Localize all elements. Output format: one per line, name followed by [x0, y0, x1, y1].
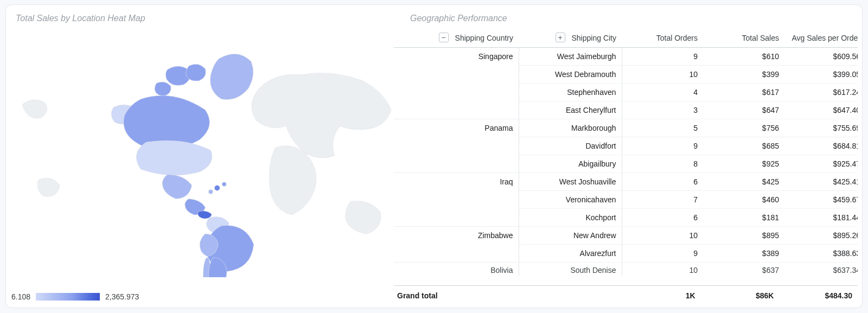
cell-sales: $685: [703, 137, 784, 155]
cell-sales: $756: [703, 119, 784, 137]
cell-city[interactable]: Kochport: [519, 209, 622, 227]
split-layout: Total Sales by Location Heat Map: [6, 5, 862, 308]
cell-avg: $637.34: [784, 263, 858, 276]
table-title: Geographic Performance: [394, 5, 853, 28]
pivot-table-scroll[interactable]: − Shipping Country + Shipping City Total…: [394, 29, 858, 284]
cell-avg: $388.63: [784, 245, 858, 263]
cell-orders: 5: [622, 119, 703, 137]
grand-total-avg: $484.30: [774, 291, 852, 300]
cell-orders: 9: [622, 245, 703, 263]
col-header-orders[interactable]: Total Orders: [622, 29, 703, 48]
dashboard-card: Total Sales by Location Heat Map: [5, 4, 863, 308]
cell-avg: $459.67: [784, 191, 858, 209]
grand-total-orders: 1K: [617, 291, 695, 300]
table-pane: Geographic Performance − Shipping Countr…: [394, 5, 862, 308]
svg-point-2: [208, 190, 213, 194]
map-title: Total Sales by Location Heat Map: [6, 5, 394, 28]
svg-point-1: [222, 182, 226, 187]
legend-gradient: [36, 293, 100, 301]
pivot-table: − Shipping Country + Shipping City Total…: [394, 29, 858, 276]
cell-country[interactable]: Iraq: [394, 173, 519, 227]
cell-sales: $637: [703, 263, 784, 276]
col-header-city-label: Shipping City: [572, 34, 617, 42]
legend-min: 6.108: [11, 292, 30, 301]
cell-country[interactable]: Singapore: [394, 48, 519, 119]
cell-avg: $425.41: [784, 173, 858, 191]
map-pane: Total Sales by Location Heat Map: [6, 5, 394, 308]
cell-city[interactable]: South Denise: [519, 263, 622, 276]
cell-city[interactable]: West Joshuaville: [519, 173, 622, 191]
cell-avg: $647.40: [784, 101, 858, 119]
cell-city[interactable]: West Jaimeburgh: [519, 48, 622, 66]
col-header-city[interactable]: + Shipping City: [519, 29, 622, 48]
cell-orders: 4: [622, 84, 703, 101]
cell-orders: 3: [622, 101, 703, 119]
cell-city[interactable]: New Andrew: [519, 227, 622, 245]
cell-avg: $925.47: [784, 155, 858, 173]
world-map-svg: [6, 29, 394, 277]
cell-orders: 6: [622, 209, 703, 227]
cell-sales: $425: [703, 173, 784, 191]
cell-avg: $755.69: [784, 119, 858, 137]
cell-avg: $399.05: [784, 66, 858, 84]
grand-total-row: Grand total 1K $86K $484.30: [394, 285, 858, 303]
cell-orders: 7: [622, 191, 703, 209]
table-row[interactable]: BoliviaSouth Denise10$637$637.34: [394, 263, 858, 276]
cell-country[interactable]: Zimbabwe: [394, 227, 519, 263]
cell-orders: 9: [622, 137, 703, 155]
cell-city[interactable]: West Debramouth: [519, 66, 622, 84]
svg-point-0: [214, 186, 220, 191]
cell-city[interactable]: Abigailbury: [519, 155, 622, 173]
cell-avg: $895.26: [784, 227, 858, 245]
cell-avg: $181.44: [784, 209, 858, 227]
table-row[interactable]: IraqWest Joshuaville6$425$425.41: [394, 173, 858, 191]
cell-country[interactable]: Panama: [394, 119, 519, 173]
table-header-row: − Shipping Country + Shipping City Total…: [394, 29, 858, 48]
cell-sales: $895: [703, 227, 784, 245]
cell-city[interactable]: Davidfort: [519, 137, 622, 155]
cell-sales: $389: [703, 245, 784, 263]
cell-sales: $181: [703, 209, 784, 227]
table-row[interactable]: PanamaMarkborough5$756$755.69: [394, 119, 858, 137]
cell-city[interactable]: East Cherylfurt: [519, 101, 622, 119]
col-header-country-label: Shipping Country: [455, 34, 513, 42]
cell-city[interactable]: Alvarezfurt: [519, 245, 622, 263]
cell-avg: $684.81: [784, 137, 858, 155]
world-map[interactable]: [6, 29, 394, 277]
col-header-sales[interactable]: Total Sales: [703, 29, 784, 48]
cell-avg: $609.56: [784, 48, 858, 66]
cell-orders: 8: [622, 155, 703, 173]
cell-sales: $460: [703, 191, 784, 209]
map-legend: 6.108 2,365.973: [11, 292, 139, 301]
legend-max: 2,365.973: [105, 292, 139, 301]
collapse-icon[interactable]: −: [439, 33, 449, 42]
cell-city[interactable]: Veronicahaven: [519, 191, 622, 209]
cell-sales: $399: [703, 66, 784, 84]
pivot-table-wrap: − Shipping Country + Shipping City Total…: [394, 29, 858, 284]
cell-country[interactable]: Bolivia: [394, 263, 519, 276]
expand-icon[interactable]: +: [556, 33, 565, 42]
cell-orders: 10: [622, 263, 703, 276]
cell-sales: $925: [703, 155, 784, 173]
cell-city[interactable]: Markborough: [519, 119, 622, 137]
cell-orders: 6: [622, 173, 703, 191]
grand-total-label: Grand total: [397, 291, 518, 300]
cell-orders: 10: [622, 66, 703, 84]
cell-city[interactable]: Stephenhaven: [519, 84, 622, 101]
cell-sales: $617: [703, 84, 784, 101]
cell-sales: $647: [703, 101, 784, 119]
col-header-avg[interactable]: Avg Sales per Order: [784, 29, 858, 48]
grand-total-sales: $86K: [695, 291, 774, 300]
cell-sales: $610: [703, 48, 784, 66]
cell-orders: 10: [622, 227, 703, 245]
cell-avg: $617.24: [784, 84, 858, 101]
col-header-country[interactable]: − Shipping Country: [394, 29, 519, 48]
cell-orders: 9: [622, 48, 703, 66]
table-row[interactable]: ZimbabweNew Andrew10$895$895.26: [394, 227, 858, 245]
table-row[interactable]: SingaporeWest Jaimeburgh9$610$609.56: [394, 48, 858, 66]
